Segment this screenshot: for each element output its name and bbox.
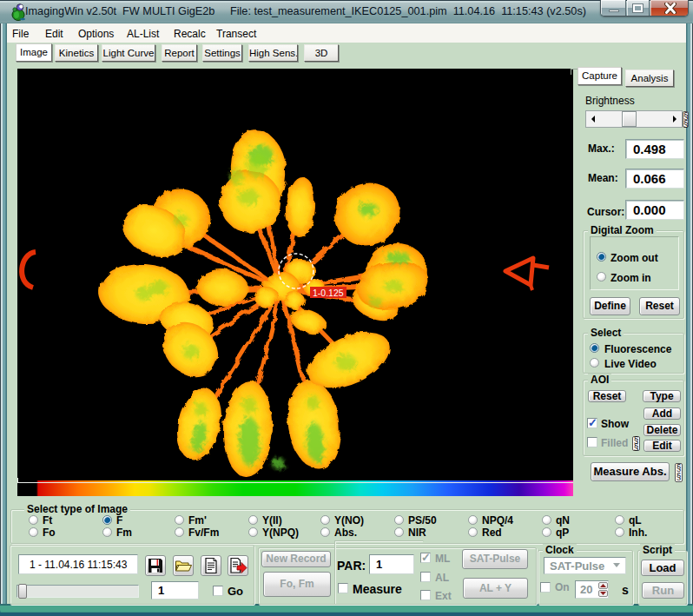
svg-text:1-0.125: 1-0.125 [313, 288, 344, 298]
